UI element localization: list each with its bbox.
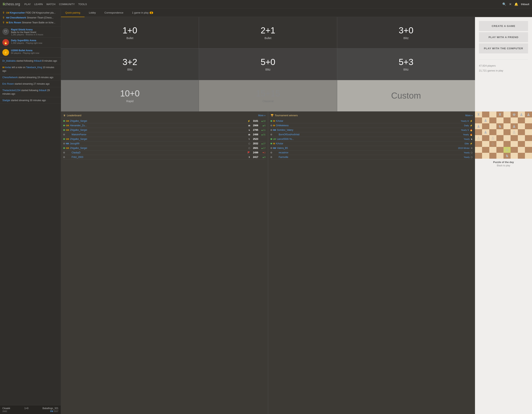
- tw-tournament-0[interactable]: Yearly H: [461, 120, 469, 122]
- tw-tournament-7[interactable]: Yearly: [464, 151, 470, 154]
- nav-play[interactable]: PLAY: [24, 3, 31, 6]
- player1-name[interactable]: Ckaakk: [2, 407, 10, 410]
- lb-name-6[interactable]: Zhigalko_Sergei: [70, 147, 247, 149]
- search-icon[interactable]: 🔍: [502, 2, 506, 6]
- play-computer-button[interactable]: PLAY WITH THE COMPUTER: [479, 43, 528, 53]
- tw-more[interactable]: More »: [465, 114, 473, 117]
- tw-name-2[interactable]: Sviridov_Valery: [277, 129, 460, 131]
- streamer-name-0[interactable]: Kingscrusher: [10, 11, 25, 14]
- lb-name-8[interactable]: Fritzi_2003: [72, 156, 247, 158]
- tw-row-4: LM Lance5500-Yo... Yearly ♞: [271, 137, 473, 141]
- tw-name-5[interactable]: KAstar: [276, 142, 464, 145]
- tab-correspondence[interactable]: Correspondence: [100, 9, 128, 17]
- pairing-cell-8[interactable]: Custom: [337, 80, 475, 111]
- pairing-cell-4[interactable]: 5+0 Blitz: [199, 48, 337, 80]
- activity-link-7[interactable]: thibault: [39, 89, 46, 92]
- lb-name-1[interactable]: Alexander_Zu...: [70, 124, 247, 127]
- tw-name-3[interactable]: BornOfGodAndVoid: [279, 133, 462, 136]
- puzzle-footer: Puzzle of the day Black to play: [475, 159, 532, 414]
- tw-name-8[interactable]: Farmville: [279, 156, 463, 158]
- tournament-meta-1: 1,392 players · Playing right now: [11, 42, 42, 44]
- pairing-type-7: Classical: [262, 100, 274, 103]
- tw-tournament-8[interactable]: Yearly: [464, 156, 470, 158]
- bottom-panels: ♛ Leaderboard More » GM Zhigalko_Sergei …: [61, 111, 532, 414]
- pairing-cell-5[interactable]: 5+3 Blitz: [337, 48, 475, 80]
- tw-tournament-4[interactable]: Yearly: [464, 138, 470, 140]
- tw-name-4[interactable]: Lance5500-Yo...: [277, 138, 463, 140]
- tw-tournament-2[interactable]: Yearly S: [461, 129, 469, 131]
- tab-lobby[interactable]: Lobby: [85, 9, 100, 17]
- tw-tournament-5[interactable]: Elite: [465, 142, 469, 145]
- lb-name-4[interactable]: Zhigalko_Sergei: [70, 138, 247, 140]
- activity-link-user[interactable]: thibault: [34, 59, 42, 62]
- tw-row-2: NM Sviridov_Valery Yearly S 🔥: [271, 128, 473, 132]
- tw-tournament-6[interactable]: 2019 Winter: [458, 147, 470, 149]
- pairing-cell-3[interactable]: 3+2 Blitz: [61, 48, 199, 80]
- tw-name-1[interactable]: DrMelekess: [276, 124, 463, 127]
- tournament-title-2[interactable]: U2000 Bullet Arena: [11, 49, 39, 52]
- lb-name-5[interactable]: Jasugi99: [70, 142, 247, 145]
- tournament-icon-fire: 🔥: [2, 39, 9, 46]
- play-friend-button[interactable]: PLAY WITH A FRIEND: [479, 32, 528, 42]
- lb-icon-1: 🏔: [248, 124, 250, 127]
- tw-name-7[interactable]: recastrov: [279, 151, 463, 154]
- player2-name[interactable]: Babafingo_321: [42, 407, 58, 410]
- activity-link-5[interactable]: Eric Rosen: [2, 83, 14, 85]
- tournament-title-0[interactable]: Rapid Shield Arena: [11, 28, 43, 31]
- pairing-cell-1[interactable]: 2+1 Bullet: [199, 17, 337, 48]
- tw-row-8: Farmville Yearly ⬡: [271, 155, 473, 159]
- lb-rating-7: 2499: [251, 151, 258, 154]
- pairing-cell-6[interactable]: 10+0 Rapid: [61, 80, 199, 111]
- activity-item-1: IM lovlas left a note on Takeback_King 1…: [0, 64, 61, 74]
- nav-watch[interactable]: WATCH: [46, 3, 56, 6]
- tw-name-6[interactable]: Valera_B5: [277, 147, 457, 149]
- activity-link-4[interactable]: ChessNetwork: [2, 76, 18, 79]
- close-icon[interactable]: ✕: [509, 2, 512, 6]
- streamer-name-2[interactable]: Eric Rosen: [9, 21, 21, 24]
- lb-online-1: [63, 125, 65, 126]
- tw-row-3: BornOfGodAndVoid Yearly 🔥: [271, 132, 473, 137]
- activity-link-3[interactable]: Takeback_King: [26, 66, 42, 69]
- activity-item-3: Eric Rosen started streaming 27 minutes …: [0, 81, 61, 87]
- tw-name-0[interactable]: KAstar: [276, 120, 460, 122]
- tw-header: 🏆 Tournament winners More »: [271, 114, 473, 117]
- lb-rating-5: 2832: [251, 142, 258, 145]
- username[interactable]: thibault: [521, 3, 529, 6]
- tw-tournament-1[interactable]: Daily: [464, 124, 469, 127]
- create-game-button[interactable]: CREATE A GAME: [479, 21, 528, 31]
- lb-name-2[interactable]: Zhigalko_Sergei: [70, 129, 247, 131]
- bell-icon[interactable]: 🔔: [514, 2, 518, 6]
- tournament-title-1[interactable]: Daily SuperBlitz Arena: [11, 39, 42, 42]
- lb-online-2: [63, 129, 65, 131]
- pairing-type-2: Blitz: [403, 37, 408, 40]
- activity-link-8[interactable]: Sladgie: [2, 99, 10, 102]
- puzzle-panel: ♜ ♜ ♚ ♟ ♟ ♟: [475, 111, 532, 414]
- pairing-cell-2[interactable]: 3+0 Blitz: [337, 17, 475, 48]
- lb-name-7[interactable]: ClasbyD: [72, 151, 247, 154]
- nav-learn[interactable]: LEARN: [34, 3, 43, 6]
- lb-row-8: Fritzi_2003 ♜ 2417 ▲8: [63, 155, 266, 159]
- lb-name-3[interactable]: MaksimPanov: [72, 133, 247, 136]
- tab-quick-pairing[interactable]: Quick pairing: [61, 9, 85, 17]
- leaderboard-header: ♛ Leaderboard More »: [63, 114, 266, 117]
- site-logo[interactable]: lilichesschess.org: [3, 2, 20, 6]
- pairing-cell-7[interactable]: 15+15 Classical: [199, 80, 337, 111]
- puzzle-board[interactable]: ♜ ♜ ♚ ♟ ♟ ♟: [475, 111, 532, 159]
- leaderboard-more[interactable]: More »: [258, 114, 266, 117]
- tab-game-in-play[interactable]: 1 game in play 1: [128, 9, 157, 17]
- pairing-type-0: Bullet: [126, 37, 133, 40]
- streamer-name-1[interactable]: ChessNetwork: [10, 16, 26, 19]
- tw-icon-2: 🔥: [470, 129, 473, 131]
- tw-tournament-3[interactable]: Yearly: [463, 133, 469, 136]
- pairing-cell-0[interactable]: 1+0 Bullet: [61, 17, 199, 48]
- nav-community[interactable]: COMMUNITY: [59, 3, 75, 6]
- lb-name-0[interactable]: Zhigalko_Sergei: [70, 120, 246, 122]
- mic-icon: 🎙: [2, 11, 5, 14]
- streamers-section: 🎙 CM Kingscrusher FIDE CM Kingscrusher p…: [0, 9, 61, 27]
- pairing-area: 1+0 Bullet 2+1 Bullet 3+0 Blitz 3+2 Blit…: [61, 17, 475, 111]
- activity-link[interactable]: Dr_blablabla: [2, 59, 16, 62]
- streamer-item-1: 🎙 NM ChessNetwork Streamer !Team [Chess.…: [0, 15, 61, 20]
- nav-tools[interactable]: TOOLS: [78, 3, 87, 6]
- activity-link-6[interactable]: Thetacticbot1234: [2, 89, 20, 92]
- activity-link-2[interactable]: lovlas: [5, 66, 11, 69]
